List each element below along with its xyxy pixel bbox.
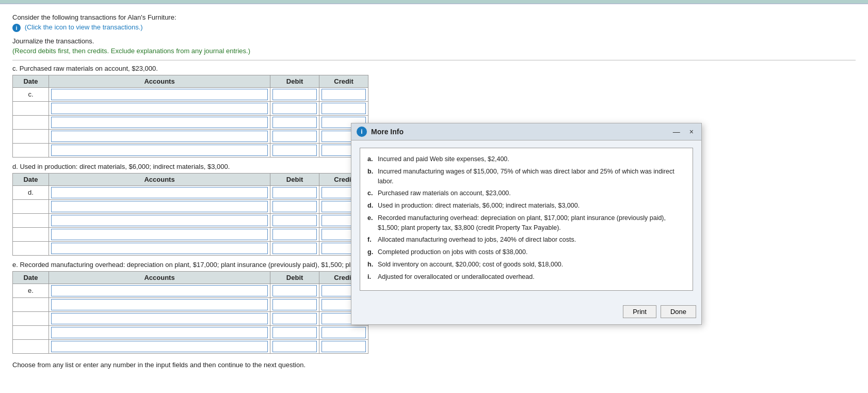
modal-close-button[interactable]: × bbox=[687, 127, 696, 137]
debit-input-c4[interactable] bbox=[272, 131, 317, 142]
accounts-input-e3[interactable] bbox=[51, 313, 268, 324]
debit-input-e1[interactable] bbox=[272, 285, 317, 296]
date-cell-c2 bbox=[13, 101, 49, 115]
modal-header-left: i More Info bbox=[357, 127, 404, 137]
credit-input-c1[interactable] bbox=[322, 89, 366, 100]
accounts-input-e2[interactable] bbox=[51, 299, 268, 310]
accounts-cell-c2 bbox=[49, 101, 270, 115]
debit-cell-e1 bbox=[270, 284, 319, 297]
date-cell-c5 bbox=[13, 143, 49, 157]
accounts-input-e4[interactable] bbox=[51, 327, 268, 338]
accounts-input-d4[interactable] bbox=[51, 229, 268, 240]
table-row bbox=[13, 227, 368, 241]
table-row bbox=[13, 325, 368, 339]
accounts-input-e1[interactable] bbox=[51, 285, 268, 296]
debit-input-c5[interactable] bbox=[272, 145, 317, 156]
list-item-label-e: e. bbox=[367, 213, 376, 233]
modal-body: a. Incurred and paid Web site expenses, … bbox=[351, 140, 701, 305]
accounts-cell-d3 bbox=[49, 213, 270, 227]
date-cell-d3 bbox=[13, 213, 49, 227]
modal-items-list: a. Incurred and paid Web site expenses, … bbox=[367, 154, 685, 281]
table-row: d. bbox=[13, 185, 368, 199]
credit-cell-e5 bbox=[319, 339, 368, 353]
list-item-text-e: Recorded manufacturing overhead: depreci… bbox=[378, 213, 685, 233]
accounts-input-d5[interactable] bbox=[51, 243, 268, 254]
accounts-input-e5[interactable] bbox=[51, 341, 268, 352]
debit-cell-d5 bbox=[270, 241, 319, 255]
debit-input-e5[interactable] bbox=[272, 341, 317, 352]
credit-cell-c1 bbox=[319, 87, 368, 101]
credit-input-e5[interactable] bbox=[322, 341, 366, 352]
debit-input-e3[interactable] bbox=[272, 313, 317, 324]
credit-cell-e4 bbox=[319, 325, 368, 339]
modal-title: More Info bbox=[371, 128, 404, 136]
modal-print-button[interactable]: Print bbox=[623, 305, 656, 318]
accounts-cell-e4 bbox=[49, 325, 270, 339]
table-row bbox=[13, 101, 368, 115]
accounts-input-d2[interactable] bbox=[51, 201, 268, 212]
debit-input-d4[interactable] bbox=[272, 229, 317, 240]
date-cell-e1: e. bbox=[13, 284, 49, 297]
click-info-link[interactable]: i (Click the icon to view the transactio… bbox=[12, 23, 856, 32]
accounts-cell-c4 bbox=[49, 129, 270, 143]
modal-controls: — × bbox=[670, 127, 696, 137]
credit-input-e4[interactable] bbox=[322, 327, 366, 338]
debit-cell-c4 bbox=[270, 129, 319, 143]
accounts-input-c4[interactable] bbox=[51, 131, 268, 142]
date-cell-d5 bbox=[13, 241, 49, 255]
col-header-date-c: Date bbox=[13, 75, 49, 87]
debit-cell-c3 bbox=[270, 115, 319, 129]
debit-cell-e5 bbox=[270, 339, 319, 353]
debit-cell-d1 bbox=[270, 185, 319, 199]
list-item-label-h: h. bbox=[367, 260, 376, 270]
date-cell-c4 bbox=[13, 129, 49, 143]
list-item-label-f: f. bbox=[367, 235, 376, 245]
debit-cell-e2 bbox=[270, 297, 319, 311]
top-bar bbox=[0, 0, 868, 4]
debit-input-e2[interactable] bbox=[272, 299, 317, 310]
accounts-cell-e2 bbox=[49, 297, 270, 311]
journal-table-e: Date Accounts Debit Credit e. bbox=[12, 271, 368, 354]
record-note: (Record debits first, then credits. Excl… bbox=[12, 47, 856, 55]
accounts-input-d1[interactable] bbox=[51, 187, 268, 198]
debit-cell-c2 bbox=[270, 101, 319, 115]
accounts-input-c2[interactable] bbox=[51, 103, 268, 114]
accounts-cell-e3 bbox=[49, 311, 270, 325]
date-cell-e5 bbox=[13, 339, 49, 353]
accounts-input-c5[interactable] bbox=[51, 145, 268, 156]
table-row bbox=[13, 297, 368, 311]
debit-input-c3[interactable] bbox=[272, 117, 317, 128]
list-item: g. Completed production on jobs with cos… bbox=[367, 247, 685, 257]
col-header-accounts-d: Accounts bbox=[49, 173, 270, 185]
list-item: a. Incurred and paid Web site expenses, … bbox=[367, 154, 685, 164]
accounts-cell-d2 bbox=[49, 199, 270, 213]
modal-done-button[interactable]: Done bbox=[661, 305, 696, 318]
credit-input-c2[interactable] bbox=[322, 103, 366, 114]
debit-input-d1[interactable] bbox=[272, 187, 317, 198]
accounts-input-c1[interactable] bbox=[51, 89, 268, 100]
debit-input-e4[interactable] bbox=[272, 327, 317, 338]
col-header-debit-d: Debit bbox=[270, 173, 319, 185]
debit-input-c2[interactable] bbox=[272, 103, 317, 114]
list-item-text-d: Used in production: direct materials, $6… bbox=[378, 201, 580, 211]
table-row bbox=[13, 115, 368, 129]
list-item: c. Purchased raw materials on account, $… bbox=[367, 188, 685, 198]
accounts-cell-c1 bbox=[49, 87, 270, 101]
list-item-text-g: Completed production on jobs with costs … bbox=[378, 247, 527, 257]
debit-input-c1[interactable] bbox=[272, 89, 317, 100]
list-item-text-b: Incurred manufacturing wages of $15,000,… bbox=[378, 167, 685, 186]
date-cell-d4 bbox=[13, 227, 49, 241]
debit-input-d3[interactable] bbox=[272, 215, 317, 226]
accounts-input-c3[interactable] bbox=[51, 117, 268, 128]
accounts-cell-c5 bbox=[49, 143, 270, 157]
modal-minimize-button[interactable]: — bbox=[670, 127, 683, 137]
debit-cell-e3 bbox=[270, 311, 319, 325]
debit-input-d2[interactable] bbox=[272, 201, 317, 212]
debit-cell-c5 bbox=[270, 143, 319, 157]
accounts-input-d3[interactable] bbox=[51, 215, 268, 226]
table-row bbox=[13, 213, 368, 227]
debit-input-d5[interactable] bbox=[272, 243, 317, 254]
accounts-cell-e1 bbox=[49, 284, 270, 297]
list-item-text-h: Sold inventory on account, $20,000; cost… bbox=[378, 260, 563, 270]
accounts-cell-d4 bbox=[49, 227, 270, 241]
